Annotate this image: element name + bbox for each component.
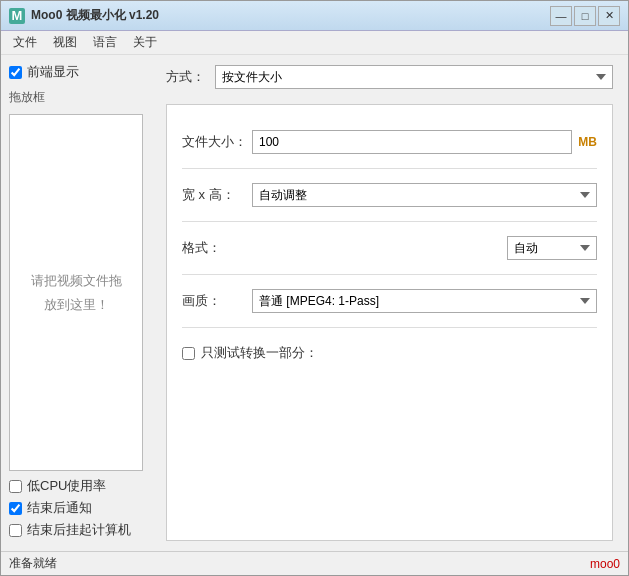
resolution-control: 自动调整 320x240 640x480 1280x720 — [252, 183, 597, 207]
test-label: 只测试转换一部分： — [201, 344, 318, 362]
close-button[interactable]: ✕ — [598, 6, 620, 26]
menu-view[interactable]: 视图 — [45, 32, 85, 53]
window-controls: — □ ✕ — [550, 6, 620, 26]
notify-checkbox[interactable] — [9, 502, 22, 515]
frontend-display-row: 前端显示 — [9, 63, 143, 81]
shutdown-label: 结束后挂起计算机 — [27, 521, 131, 539]
title-bar: M Moo0 视频最小化 v1.20 — □ ✕ — [1, 1, 628, 31]
right-panel: 方式： 按文件大小 按视频比特率 按视频尺寸 文件大小： MB — [151, 55, 628, 551]
low-cpu-checkbox[interactable] — [9, 480, 22, 493]
status-bar: 准备就绪 moo0 — [1, 551, 628, 575]
moo0-link[interactable]: moo0 — [590, 557, 620, 571]
quality-label: 画质： — [182, 292, 252, 310]
file-size-input[interactable] — [252, 130, 572, 154]
low-cpu-label: 低CPU使用率 — [27, 477, 106, 495]
quality-row: 画质： 普通 [MPEG4: 1-Pass] 高 [MPEG4: 2-Pass]… — [182, 279, 597, 323]
file-size-row: 文件大小： MB — [182, 120, 597, 164]
frontend-display-checkbox[interactable] — [9, 66, 22, 79]
app-icon: M — [9, 8, 25, 24]
format-row: 格式： 自动 MP4 AVI MKV — [182, 226, 597, 270]
maximize-button[interactable]: □ — [574, 6, 596, 26]
frontend-display-label: 前端显示 — [27, 63, 79, 81]
settings-box: 文件大小： MB 宽 x 高： 自动调整 320x240 640x480 — [166, 104, 613, 541]
file-size-unit: MB — [578, 135, 597, 149]
status-text: 准备就绪 — [9, 555, 57, 572]
file-size-label: 文件大小： — [182, 133, 252, 151]
main-window: M Moo0 视频最小化 v1.20 — □ ✕ 文件 视图 语言 关于 前端显… — [0, 0, 629, 576]
format-label: 格式： — [182, 239, 252, 257]
method-select[interactable]: 按文件大小 按视频比特率 按视频尺寸 — [215, 65, 613, 89]
test-row: 只测试转换一部分： — [182, 332, 597, 374]
menu-about[interactable]: 关于 — [125, 32, 165, 53]
notify-label: 结束后通知 — [27, 499, 92, 517]
drop-hint: 请把视频文件拖放到这里！ — [31, 269, 122, 316]
menu-language[interactable]: 语言 — [85, 32, 125, 53]
test-checkbox[interactable] — [182, 347, 195, 360]
left-panel: 前端显示 拖放框 请把视频文件拖放到这里！ 低CPU使用率 结束后通知 结束后挂… — [1, 55, 151, 551]
notify-row: 结束后通知 — [9, 499, 143, 517]
main-content: 前端显示 拖放框 请把视频文件拖放到这里！ 低CPU使用率 结束后通知 结束后挂… — [1, 55, 628, 551]
quality-select[interactable]: 普通 [MPEG4: 1-Pass] 高 [MPEG4: 2-Pass] 低 [… — [252, 289, 597, 313]
menu-file[interactable]: 文件 — [5, 32, 45, 53]
resolution-row: 宽 x 高： 自动调整 320x240 640x480 1280x720 — [182, 173, 597, 217]
window-title: Moo0 视频最小化 v1.20 — [31, 7, 550, 24]
resolution-select[interactable]: 自动调整 320x240 640x480 1280x720 — [252, 183, 597, 207]
format-select[interactable]: 自动 MP4 AVI MKV — [507, 236, 597, 260]
bottom-checkboxes: 低CPU使用率 结束后通知 结束后挂起计算机 — [9, 477, 143, 543]
drop-box-label: 拖放框 — [9, 87, 143, 108]
shutdown-row: 结束后挂起计算机 — [9, 521, 143, 539]
menu-bar: 文件 视图 语言 关于 — [1, 31, 628, 55]
method-row: 方式： 按文件大小 按视频比特率 按视频尺寸 — [166, 65, 613, 89]
method-label: 方式： — [166, 68, 205, 86]
file-size-control: MB — [252, 130, 597, 154]
low-cpu-row: 低CPU使用率 — [9, 477, 143, 495]
minimize-button[interactable]: — — [550, 6, 572, 26]
shutdown-checkbox[interactable] — [9, 524, 22, 537]
drop-zone[interactable]: 请把视频文件拖放到这里！ — [9, 114, 143, 471]
resolution-label: 宽 x 高： — [182, 186, 252, 204]
